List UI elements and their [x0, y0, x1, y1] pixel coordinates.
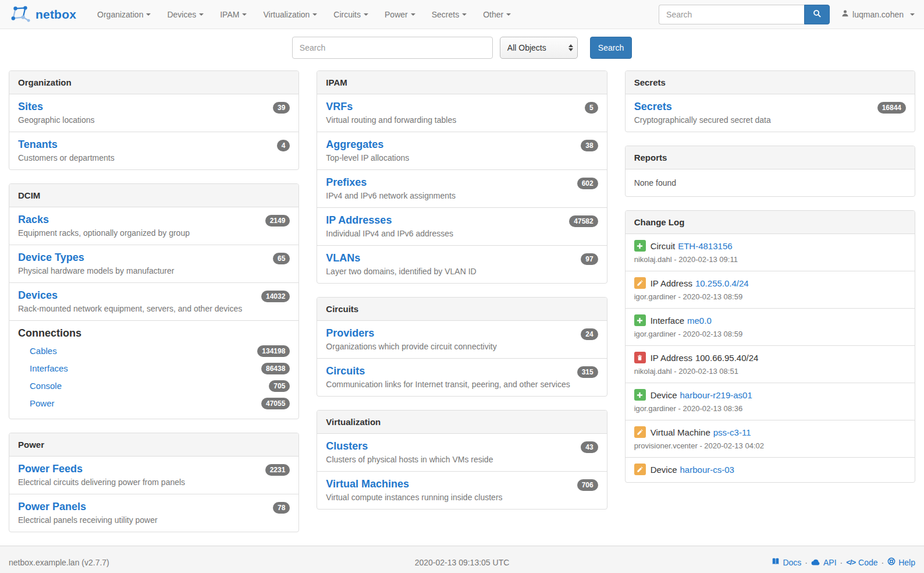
object-type: Virtual Machine [651, 427, 710, 437]
panel-reports: Reports None found [625, 146, 915, 197]
global-search-input[interactable] [292, 37, 493, 59]
ip-addresses-link[interactable]: IP Addresses [326, 214, 392, 227]
menu-ipam[interactable]: IPAM [212, 0, 255, 29]
code-icon: </> [846, 558, 855, 567]
aggregates-link[interactable]: Aggregates [326, 139, 383, 151]
netbox-brand[interactable]: netbox [9, 4, 76, 25]
menu-virtualization[interactable]: Virtualization [255, 0, 325, 29]
interfaces-link[interactable]: Interfaces [30, 363, 68, 373]
object-link[interactable]: me0.0 [687, 316, 712, 326]
object-link[interactable]: 10.255.0.4/24 [695, 278, 749, 288]
devices-link[interactable]: Devices [18, 289, 58, 302]
object-link[interactable]: ETH-4813156 [678, 241, 732, 251]
entry-meta: nikolaj.dahl - 2020-02-13 09:11 [634, 255, 906, 264]
panel-title: Secrets [626, 71, 915, 94]
changelog-entry: IP Address 10.255.0.4/24 igor.gardiner -… [626, 271, 915, 308]
cables-link[interactable]: Cables [30, 346, 57, 356]
object-type: IP Address [651, 278, 692, 288]
docs-link[interactable]: Docs [772, 557, 801, 567]
count-badge: 47055 [261, 398, 290, 409]
entry-meta: igor.gardiner - 2020-02-13 08:36 [634, 404, 906, 413]
object-type: IP Address [651, 353, 692, 363]
object-name: 100.66.95.40/24 [695, 353, 758, 363]
object-type: Circuit [651, 241, 676, 251]
menu-power[interactable]: Power [376, 0, 424, 29]
sites-link[interactable]: Sites [18, 101, 43, 113]
book-icon [772, 557, 780, 567]
column-right: Secrets Secrets 16844 Cryptographically … [625, 70, 915, 496]
object-type-select[interactable]: All Objects [500, 37, 578, 59]
count-badge: 16844 [877, 102, 906, 114]
count-badge: 14032 [261, 291, 290, 302]
vlans-link[interactable]: VLANs [326, 252, 360, 264]
object-link[interactable]: pss-c3-11 [713, 427, 751, 437]
menu-other[interactable]: Other [475, 0, 519, 29]
chevron-down-icon [910, 13, 915, 16]
object-link[interactable]: harbour-r219-as01 [680, 390, 752, 400]
count-badge: 5 [585, 102, 598, 114]
prefixes-link[interactable]: Prefixes [326, 176, 367, 189]
list-item: Power Feeds 2231 Electrical circuits del… [9, 457, 298, 494]
chevron-down-icon [146, 13, 151, 16]
list-item: Providers 24 Organizations which provide… [317, 321, 606, 358]
clusters-link[interactable]: Clusters [326, 440, 368, 452]
global-search-button[interactable]: Search [590, 37, 632, 59]
separator: · [805, 558, 808, 567]
chevron-down-icon [242, 13, 247, 16]
help-link[interactable]: Help [887, 557, 915, 567]
changelog-entry: Device harbour-cs-03 [626, 457, 915, 482]
separator: · [882, 558, 884, 567]
count-badge: 2149 [265, 215, 290, 227]
navbar-search-button[interactable] [804, 5, 830, 24]
chevron-down-icon [506, 13, 511, 16]
user-menu[interactable]: luqman.cohen [841, 9, 915, 19]
device-types-link[interactable]: Device Types [18, 252, 84, 264]
entry-meta: nikolaj.dahl - 2020-02-13 08:51 [634, 367, 906, 376]
racks-link[interactable]: Racks [18, 214, 49, 226]
top-navbar: netbox Organization Devices IPAM Virtual… [0, 0, 924, 29]
edit-icon [634, 277, 646, 289]
list-item: Virtual Machines 706 Virtual compute ins… [317, 471, 606, 509]
tenants-link[interactable]: Tenants [18, 139, 58, 151]
chevron-down-icon [199, 13, 204, 16]
count-badge: 24 [581, 328, 598, 340]
vrfs-link[interactable]: VRFs [326, 101, 353, 113]
power-connections-link[interactable]: Power [30, 398, 55, 408]
secrets-link[interactable]: Secrets [634, 101, 672, 113]
column-middle: IPAM VRFs 5 Virtual routing and forwardi… [317, 70, 607, 523]
changelog-entry: Virtual Machine pss-c3-11 provisioner.vc… [626, 420, 915, 457]
power-panels-link[interactable]: Power Panels [18, 501, 86, 513]
navbar-search-input[interactable] [659, 5, 804, 24]
menu-devices[interactable]: Devices [159, 0, 212, 29]
item-description: Electrical circuits delivering power fro… [18, 477, 290, 487]
panel-title: Virtualization [317, 411, 606, 434]
object-type-value: All Objects [507, 43, 546, 52]
menu-circuits[interactable]: Circuits [325, 0, 376, 29]
console-link[interactable]: Console [30, 381, 62, 391]
item-description: Customers or departments [18, 153, 290, 162]
menu-organization[interactable]: Organization [89, 0, 159, 29]
item-description: Communication links for Internet transit… [326, 380, 598, 389]
object-link[interactable]: harbour-cs-03 [680, 465, 734, 475]
api-link[interactable]: API [811, 558, 837, 567]
global-search-bar: All Objects Search [0, 37, 924, 59]
list-item: Prefixes 602 IPv4 and IPv6 network assig… [317, 169, 606, 207]
virtual-machines-link[interactable]: Virtual Machines [326, 478, 409, 490]
code-link[interactable]: </> Code [846, 558, 877, 567]
item-description: Physical hardware models by manufacturer [18, 266, 290, 275]
connection-row: Console 705 [18, 377, 290, 394]
power-feeds-link[interactable]: Power Feeds [18, 463, 83, 475]
panel-virtualization: Virtualization Clusters 43 Clusters of p… [317, 410, 607, 510]
username: luqman.cohen [852, 10, 904, 19]
create-icon [634, 389, 646, 401]
providers-link[interactable]: Providers [326, 327, 374, 339]
entry-meta: igor.gardiner - 2020-02-13 08:59 [634, 330, 906, 338]
create-icon [634, 314, 646, 326]
count-badge: 4 [277, 140, 290, 151]
cloud-icon [811, 558, 820, 567]
chevron-down-icon [312, 13, 317, 16]
menu-secrets[interactable]: Secrets [424, 0, 475, 29]
circuits-link[interactable]: Circuits [326, 365, 365, 377]
changelog-entry: Interface me0.0 igor.gardiner - 2020-02-… [626, 308, 915, 345]
item-description: Cryptographically secured secret data [634, 115, 906, 125]
